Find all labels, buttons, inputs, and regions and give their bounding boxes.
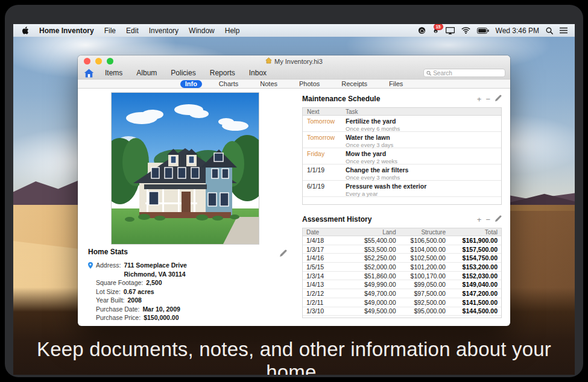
assessment-row[interactable]: 1/1/09$50,000.00$100,000.00$150,000.00	[303, 316, 501, 318]
edit-assessment-icon[interactable]	[495, 214, 502, 225]
maintenance-row[interactable]: FridayMow the yardOnce every 2 weeks	[303, 148, 501, 164]
assessment-row[interactable]: 1/2/11$49,000.00$92,500.00$141,500.00	[303, 298, 501, 307]
menu-item-edit[interactable]: Edit	[126, 27, 139, 35]
app-window: My Inventory.hi3 Items Album Policies Re…	[78, 55, 510, 326]
creative-cloud-icon[interactable]	[418, 27, 426, 34]
search-icon	[426, 70, 431, 76]
stat-label: Purchase Date:	[96, 305, 139, 314]
assessment-land: $52,250.00	[350, 254, 399, 261]
maintenance-task-name: Fertilize the yard	[346, 117, 501, 125]
stat-value: 711 Someplace Drive Richmond, VA 30114	[124, 261, 186, 278]
assessment-structure: $100,170.00	[399, 272, 449, 280]
stat-row-purchase-price: Purchase Price:$150,000.00	[88, 313, 275, 322]
assessment-total: $153,200.00	[449, 263, 501, 271]
assessment-row[interactable]: 1/3/14$51,860.00$100,170.00$152,030.00	[303, 272, 501, 281]
add-assessment-icon[interactable]: +	[477, 216, 482, 224]
wifi-icon[interactable]	[461, 27, 470, 34]
maintenance-row[interactable]: TomorrowFertilize the yardOnce every 6 m…	[303, 116, 501, 132]
assessment-row[interactable]: 1/4/13$49,990.00$99,050.00$149,040.00	[303, 280, 501, 289]
toolbar: Items Album Policies Reports Inbox	[78, 67, 510, 79]
assessment-total: $154,750.00	[449, 254, 501, 261]
apple-menu-icon[interactable]	[22, 27, 29, 35]
search-field[interactable]	[423, 69, 505, 77]
notification-center-icon[interactable]	[560, 27, 567, 34]
spotlight-search-icon[interactable]	[546, 27, 553, 34]
assessment-date: 1/3/14	[303, 272, 350, 280]
maintenance-row[interactable]: 1/1/19Change the air filtersOnce every 3…	[303, 164, 501, 181]
assessment-land: $49,700.00	[350, 290, 399, 297]
assessment-row[interactable]: 1/4/18$55,400.00$106,500.00$161,900.00	[303, 236, 501, 245]
assessment-total: $161,900.00	[449, 237, 501, 244]
menu-item-inventory[interactable]: Inventory	[149, 27, 179, 35]
stat-label: Lot Size:	[96, 287, 121, 296]
search-input[interactable]	[433, 70, 502, 77]
assessment-date: 1/4/16	[303, 254, 350, 261]
toolbar-tab-policies[interactable]: Policies	[171, 69, 195, 77]
assessment-land: $51,860.00	[350, 272, 399, 280]
column-header-land[interactable]: Land	[350, 229, 399, 236]
home-icon-button[interactable]	[84, 69, 94, 78]
subtab-receipts[interactable]: Receipts	[337, 80, 372, 88]
assessment-row[interactable]: 1/4/16$52,250.00$102,500.00$154,750.00	[303, 254, 501, 263]
stat-row-address: Address:711 Someplace Drive Richmond, VA…	[88, 261, 275, 278]
column-header-total[interactable]: Total	[449, 229, 501, 236]
maintenance-task-frequency: Every a year	[346, 190, 501, 197]
marketing-caption: Keep documents, notes, and other informa…	[13, 338, 575, 375]
stat-label: Square Footage:	[96, 278, 143, 287]
toolbar-tab-inbox[interactable]: Inbox	[249, 69, 267, 77]
remove-maintenance-icon[interactable]: −	[485, 95, 490, 103]
home-stats-title: Home Stats	[88, 248, 275, 256]
assessment-date: 1/2/11	[303, 299, 350, 306]
assessment-total: $149,040.00	[449, 281, 501, 288]
window-title: My Inventory.hi3	[274, 58, 323, 65]
assessment-table: Date Land Structure Total 1/4/18$55,400.…	[302, 228, 502, 318]
column-header-task[interactable]: Task	[344, 108, 501, 115]
maintenance-task-name: Mow the yard	[346, 150, 501, 157]
stat-value: 2,500	[146, 278, 162, 287]
subtab-files[interactable]: Files	[384, 80, 408, 88]
maintenance-task-cell: Mow the yardOnce every 2 weeks	[344, 148, 501, 164]
stat-label: Address:	[96, 261, 121, 278]
menu-item-app[interactable]: Home Inventory	[39, 27, 94, 35]
stat-label: Year Built:	[96, 296, 124, 305]
menu-item-file[interactable]: File	[104, 27, 116, 35]
assessment-date: 1/4/13	[303, 281, 350, 288]
maintenance-row[interactable]: 6/1/19Pressure wash the exteriorEvery a …	[303, 181, 501, 197]
column-header-date[interactable]: Date	[303, 229, 350, 236]
house-photo[interactable]	[111, 92, 259, 245]
toolbar-tab-reports[interactable]: Reports	[210, 69, 235, 77]
assessment-row[interactable]: 1/3/10$49,500.00$95,000.00$144,500.00	[303, 307, 501, 316]
toolbar-tab-album[interactable]: Album	[136, 69, 157, 77]
assessment-structure: $100,000.00	[399, 316, 449, 318]
add-maintenance-icon[interactable]: +	[477, 95, 482, 103]
assessment-total: $157,500.00	[449, 246, 501, 253]
assessment-row[interactable]: 1/2/12$49,700.00$97,500.00$147,200.00	[303, 289, 501, 298]
subtab-photos[interactable]: Photos	[294, 80, 324, 88]
marketing-screenshot: Home Inventory File Edit Inventory Windo…	[0, 0, 588, 382]
title-bar[interactable]: My Inventory.hi3	[78, 55, 510, 67]
toolbar-tabs: Items Album Policies Reports Inbox	[105, 69, 267, 77]
airplay-display-icon[interactable]	[446, 27, 455, 34]
pen-app-icon[interactable]: 15	[432, 27, 439, 34]
menu-bar: Home Inventory File Edit Inventory Windo…	[13, 24, 575, 37]
menu-item-window[interactable]: Window	[189, 27, 215, 35]
remove-assessment-icon[interactable]: −	[485, 216, 490, 224]
column-header-structure[interactable]: Structure	[399, 229, 449, 236]
maintenance-row[interactable]: TomorrowWater the lawnOnce every 3 days	[303, 132, 501, 148]
toolbar-tab-items[interactable]: Items	[105, 69, 122, 77]
assessment-structure: $92,500.00	[399, 299, 449, 306]
battery-icon[interactable]	[477, 28, 489, 34]
edit-maintenance-icon[interactable]	[495, 93, 502, 104]
subtab-info[interactable]: Info	[180, 80, 202, 88]
menu-item-help[interactable]: Help	[225, 27, 240, 35]
subtab-charts[interactable]: Charts	[214, 80, 243, 88]
edit-stats-icon[interactable]	[279, 249, 287, 260]
column-header-next[interactable]: Next	[303, 108, 344, 115]
maintenance-task-frequency: Once every 3 days	[346, 142, 501, 148]
assessment-row[interactable]: 1/3/17$53,500.00$104,000.00$157,500.00	[303, 245, 501, 254]
assessment-row[interactable]: 1/5/15$52,000.00$101,200.00$153,200.00	[303, 263, 501, 272]
home-stats-section: Home Stats Address:711 Someplace Drive R…	[88, 248, 275, 322]
subtab-notes[interactable]: Notes	[255, 80, 282, 88]
maintenance-task-cell: Change the air filtersOnce every 3 month…	[344, 164, 501, 180]
menu-clock[interactable]: Wed 3:46 PM	[496, 27, 539, 35]
